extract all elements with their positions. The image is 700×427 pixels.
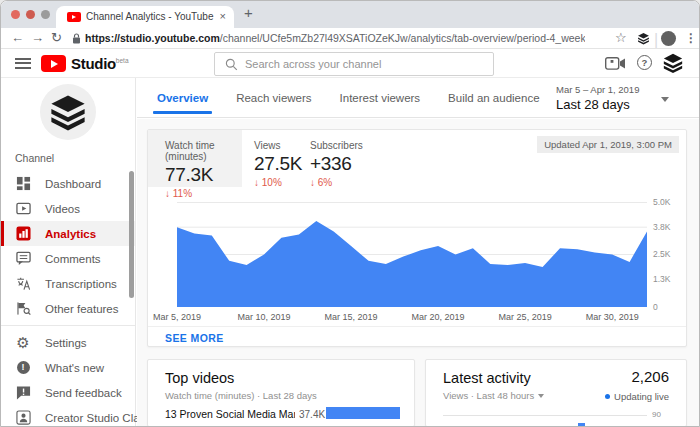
metric-value: 77.3K: [165, 164, 242, 186]
settings-gear-icon: ⚙: [15, 335, 31, 351]
sidebar: Channel Dashboard Videos Analytics: [1, 78, 136, 427]
create-video-icon[interactable]: [605, 57, 626, 70]
top-video-row-title[interactable]: 13 Proven Social Media Marketing Tips f.…: [165, 408, 295, 420]
metric-tab-views[interactable]: Views 27.5K ↓ 10%: [242, 130, 298, 187]
tab-reach-viewers[interactable]: Reach viewers: [222, 78, 325, 118]
tab-overview[interactable]: Overview: [143, 78, 222, 118]
watch-time-area-chart: [177, 202, 647, 307]
videos-icon: [15, 201, 31, 217]
browser-tab[interactable]: Channel Analytics - YouTube S ×: [56, 6, 234, 28]
sidebar-divider: [1, 325, 135, 326]
browser-profile-avatar[interactable]: [661, 31, 676, 46]
sidebar-item-videos[interactable]: Videos: [1, 196, 135, 221]
back-button[interactable]: ←: [11, 28, 24, 49]
metric-label: Watch time (minutes): [165, 140, 242, 162]
x-axis-tick: Mar 15, 2019: [325, 312, 378, 322]
toolbar-divider: |: [654, 31, 658, 49]
metric-label: Views: [254, 140, 298, 151]
comments-icon: [15, 251, 31, 267]
latest-activity-title: Latest activity: [443, 370, 531, 386]
y-axis-tick: 2.5K: [653, 249, 671, 259]
metric-tab-watch-time[interactable]: Watch time (minutes) 77.3K ↓ 11%: [148, 130, 242, 187]
tab-interest-viewers[interactable]: Interest viewers: [326, 78, 435, 118]
x-axis-tick: Mar 25, 2019: [499, 312, 552, 322]
sidebar-item-label: Analytics: [45, 228, 96, 240]
x-axis-tick: Mar 30, 2019: [586, 312, 639, 322]
help-icon[interactable]: ?: [637, 55, 652, 70]
sidebar-scrollbar[interactable]: [129, 171, 134, 298]
latest-activity-subtitle[interactable]: Views · Last 48 hours: [443, 390, 544, 401]
minimize-window-button[interactable]: [26, 10, 35, 19]
sidebar-item-label: What's new: [45, 362, 104, 374]
beta-badge: beta: [116, 57, 129, 64]
search-box[interactable]: [214, 52, 494, 76]
layers-logo-icon: [47, 91, 89, 133]
forward-button[interactable]: →: [31, 28, 44, 49]
studio-wordmark[interactable]: Studiobeta: [71, 55, 129, 72]
sidebar-item-creator-studio-classic[interactable]: Creator Studio Classic: [1, 405, 135, 427]
overview-card: Watch time (minutes) 77.3K ↓ 11% Views 2…: [147, 129, 687, 347]
metric-tab-subscribers[interactable]: Subscribers +336 ↓ 6%: [298, 130, 368, 187]
metric-value: +336: [310, 153, 368, 175]
send-feedback-icon: [15, 385, 31, 401]
metric-delta: ↓ 10%: [254, 177, 298, 188]
top-videos-card: Top videos Watch time (minutes) · Last 2…: [147, 359, 415, 427]
latest-activity-caret-icon[interactable]: [538, 394, 544, 398]
analytics-tabs-row: Overview Reach viewers Interest viewers …: [137, 78, 700, 118]
hamburger-menu-icon[interactable]: [15, 58, 31, 69]
youtube-logo[interactable]: [41, 55, 66, 72]
tab-build-an-audience[interactable]: Build an audience: [434, 78, 553, 118]
sidebar-menu: Dashboard Videos Analytics Comments: [1, 171, 135, 427]
latest-activity-ytick: 90: [652, 410, 661, 419]
channel-avatar-small[interactable]: [662, 52, 684, 74]
area-series: [177, 221, 647, 307]
latest-activity-bar: [578, 423, 585, 427]
y-axis-tick: 0: [653, 302, 658, 312]
sidebar-item-comments[interactable]: Comments: [1, 246, 135, 271]
see-more-link[interactable]: SEE MORE: [165, 332, 224, 344]
metric-delta: ↓ 11%: [165, 188, 242, 199]
sidebar-item-other-features[interactable]: Other features: [1, 296, 135, 321]
tab-close-icon[interactable]: ×: [220, 10, 226, 22]
sidebar-item-analytics[interactable]: Analytics: [1, 221, 135, 246]
studio-header: Studiobeta ?: [1, 49, 700, 78]
extension-layers-icon[interactable]: [637, 32, 650, 45]
analytics-icon: [15, 226, 31, 242]
reload-button[interactable]: ↻: [51, 28, 62, 49]
sidebar-item-label: Settings: [45, 337, 87, 349]
top-video-row-value: 37.4K: [299, 409, 325, 420]
channel-avatar-large[interactable]: [40, 84, 96, 140]
date-range-text: Mar 5 – Apr 1, 2019: [556, 84, 686, 95]
date-range-caret-icon[interactable]: [661, 97, 669, 102]
browser-tabstrip: Channel Analytics - YouTube S × +: [1, 1, 700, 28]
latest-activity-total: 2,206: [631, 368, 669, 385]
updated-badge: Updated Apr 1, 2019, 3:00 PM: [537, 136, 679, 153]
sidebar-item-settings[interactable]: ⚙ Settings: [1, 330, 135, 355]
browser-menu-icon[interactable]: ⋮: [685, 28, 697, 49]
top-videos-subtitle: Watch time (minutes) · Last 28 days: [165, 390, 317, 401]
address-bar[interactable]: https://studio.youtube.com/channel/UCfe5…: [85, 28, 585, 49]
url-path: /channel/UCfe5mZb27l49XSATiOZeKJw/analyt…: [220, 32, 585, 44]
sidebar-item-send-feedback[interactable]: Send feedback: [1, 380, 135, 405]
sidebar-item-label: Transcriptions: [45, 278, 117, 290]
sidebar-item-label: Other features: [45, 303, 119, 315]
x-axis-tick: Mar 5, 2019: [153, 312, 201, 322]
x-axis-tick: Mar 20, 2019: [412, 312, 465, 322]
sidebar-item-dashboard[interactable]: Dashboard: [1, 171, 135, 196]
zoom-window-button[interactable]: [41, 10, 50, 19]
whats-new-icon: !: [15, 360, 31, 376]
close-window-button[interactable]: [11, 10, 20, 19]
bookmark-star-icon[interactable]: ☆: [615, 28, 627, 49]
search-icon: [225, 58, 238, 71]
x-axis-tick: Mar 10, 2019: [238, 312, 291, 322]
metric-label: Subscribers: [310, 140, 368, 151]
top-video-bar: [326, 407, 400, 419]
search-input[interactable]: [245, 53, 485, 75]
transcriptions-icon: [15, 276, 31, 292]
sidebar-item-transcriptions[interactable]: Transcriptions: [1, 271, 135, 296]
updating-live-indicator: Updating live: [605, 391, 669, 402]
creator-studio-classic-icon: [15, 410, 31, 426]
sidebar-item-whats-new[interactable]: ! What's new: [1, 355, 135, 380]
new-tab-button[interactable]: +: [244, 4, 253, 21]
dashboard-icon: [15, 176, 31, 192]
